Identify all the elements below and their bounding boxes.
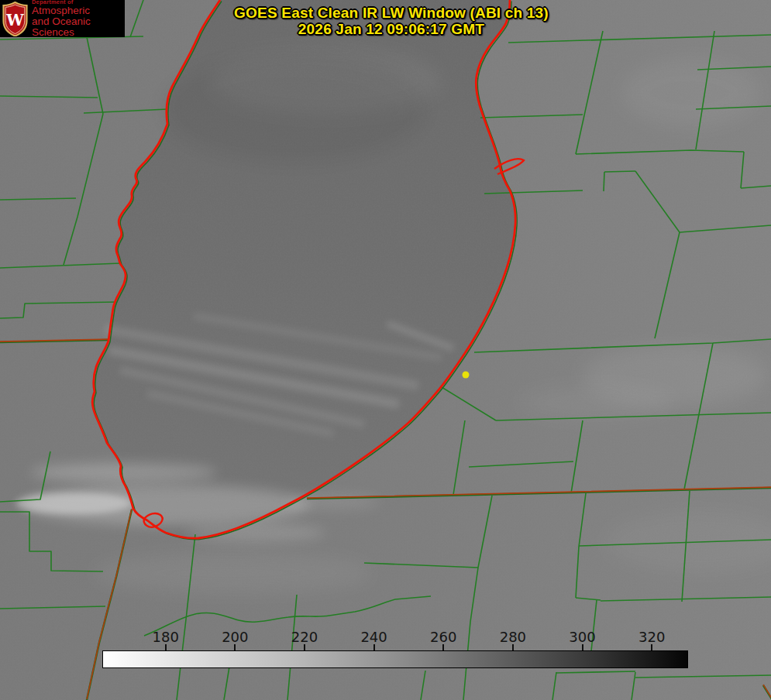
colorbar-tick xyxy=(234,644,236,650)
sensor-grain xyxy=(0,0,771,700)
colorbar-tick-label: 280 xyxy=(490,629,536,645)
colorbar-tick-label: 300 xyxy=(559,629,606,645)
colorbar-tick xyxy=(304,644,305,650)
location-marker[interactable] xyxy=(463,372,470,379)
colorbar-tick xyxy=(373,644,375,650)
colorbar-tick xyxy=(442,644,444,650)
colorbar-tick-label: 200 xyxy=(212,629,258,645)
temperature-colorbar xyxy=(102,650,688,668)
uw-aos-logo[interactable]: W Department of Atmospheric and Oceanic … xyxy=(0,0,125,37)
colorbar-tick-label: 180 xyxy=(143,629,189,645)
colorbar-tick-label: 260 xyxy=(420,629,466,645)
svg-text:W: W xyxy=(5,11,24,29)
colorbar-tick-label: 220 xyxy=(281,629,328,645)
logo-dept-line1: Atmospheric xyxy=(32,5,125,16)
colorbar-tick xyxy=(582,644,583,650)
colorbar-tick xyxy=(165,644,167,650)
product-title-line2: 2026 Jan 12 09:06:17 GMT xyxy=(198,21,585,37)
product-title-line1: GOES East Clean IR LW Window (ABI ch 13) xyxy=(198,5,585,21)
colorbar-tick-label: 240 xyxy=(351,629,398,645)
logo-dept-line2: and Oceanic Sciences xyxy=(32,16,125,38)
satellite-viewer: W Department of Atmospheric and Oceanic … xyxy=(0,0,771,700)
colorbar-tick xyxy=(651,644,652,650)
uw-crest-icon: W xyxy=(2,2,28,36)
satellite-map[interactable] xyxy=(0,0,771,700)
colorbar-tick-label: 320 xyxy=(628,629,675,645)
colorbar-tick xyxy=(512,644,514,650)
product-title: GOES East Clean IR LW Window (ABI ch 13)… xyxy=(198,5,585,37)
